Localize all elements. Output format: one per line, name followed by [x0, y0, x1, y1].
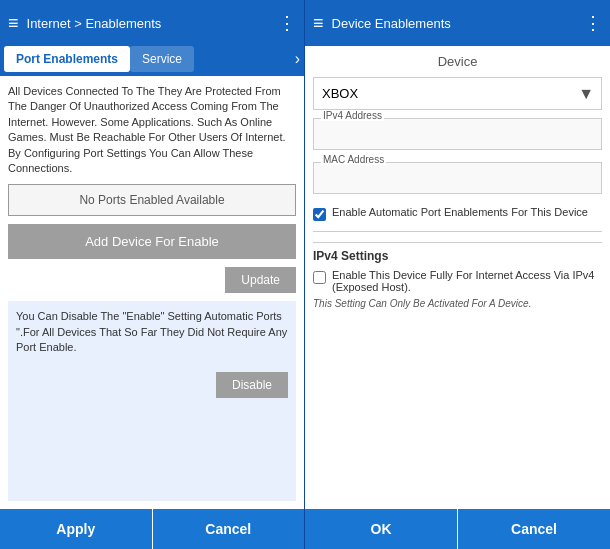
ipv4-section: IPv4 Settings Enable This Device Fully F… — [313, 242, 602, 310]
left-content: All Devices Connected To The They Are Pr… — [0, 76, 304, 509]
expose-checkbox[interactable] — [313, 271, 326, 284]
tab-service[interactable]: Service — [130, 46, 194, 72]
left-dots-icon[interactable]: ⋮ — [278, 12, 296, 34]
ipv4-settings-label: IPv4 Settings — [313, 249, 602, 263]
right-panel: ≡ Device Enablements ⋮ Device XBOX PC Ph… — [305, 0, 610, 549]
mac-address-input[interactable] — [313, 162, 602, 194]
right-footer: OK Cancel — [305, 509, 610, 549]
device-select-wrapper: XBOX PC Phone ▼ — [313, 77, 602, 110]
right-hamburger-icon[interactable]: ≡ — [313, 13, 324, 34]
left-panel: ≡ Internet > Enablements ⋮ Port Enableme… — [0, 0, 305, 549]
cancel-right-button[interactable]: Cancel — [458, 509, 610, 549]
right-header-title: Device Enablements — [332, 16, 451, 31]
right-dots-icon[interactable]: ⋮ — [584, 12, 602, 34]
description-text: All Devices Connected To The They Are Pr… — [8, 84, 296, 176]
tab-port-enablements[interactable]: Port Enablements — [4, 46, 130, 72]
expose-note: This Setting Can Only Be Activated For A… — [313, 297, 602, 310]
cancel-left-button[interactable]: Cancel — [153, 509, 305, 549]
ok-button[interactable]: OK — [305, 509, 458, 549]
left-footer: Apply Cancel — [0, 509, 304, 549]
hamburger-icon[interactable]: ≡ — [8, 13, 19, 34]
device-select[interactable]: XBOX PC Phone — [313, 77, 602, 110]
ipv4-address-group: IPv4 Address — [313, 118, 602, 150]
add-device-button[interactable]: Add Device For Enable — [8, 224, 296, 259]
divider — [313, 231, 602, 232]
auto-enable-row: Enable Automatic Port Enablements For Th… — [313, 206, 602, 221]
auto-enable-checkbox[interactable] — [313, 208, 326, 221]
tab-arrow-icon[interactable]: › — [295, 50, 300, 68]
expose-checkbox-row: Enable This Device Fully For Internet Ac… — [313, 269, 602, 293]
ipv4-address-label: IPv4 Address — [321, 110, 384, 121]
disable-section: You Can Disable The "Enable" Setting Aut… — [8, 301, 296, 501]
left-header-title: Internet > Enablements — [27, 16, 162, 31]
right-header: ≡ Device Enablements ⋮ — [305, 0, 610, 46]
update-button[interactable]: Update — [225, 267, 296, 293]
apply-button[interactable]: Apply — [0, 509, 153, 549]
device-section-label: Device — [313, 54, 602, 69]
right-content: Device XBOX PC Phone ▼ IPv4 Address MAC … — [305, 46, 610, 509]
tabs-row: Port Enablements Service › — [0, 46, 304, 76]
left-header: ≡ Internet > Enablements ⋮ — [0, 0, 304, 46]
ports-box: No Ports Enabled Available — [8, 184, 296, 216]
auto-enable-label: Enable Automatic Port Enablements For Th… — [332, 206, 588, 218]
mac-address-group: MAC Address — [313, 162, 602, 194]
disable-button[interactable]: Disable — [216, 372, 288, 398]
expose-label: Enable This Device Fully For Internet Ac… — [332, 269, 602, 293]
ipv4-address-input[interactable] — [313, 118, 602, 150]
disable-description: You Can Disable The "Enable" Setting Aut… — [16, 309, 288, 355]
mac-address-label: MAC Address — [321, 154, 386, 165]
